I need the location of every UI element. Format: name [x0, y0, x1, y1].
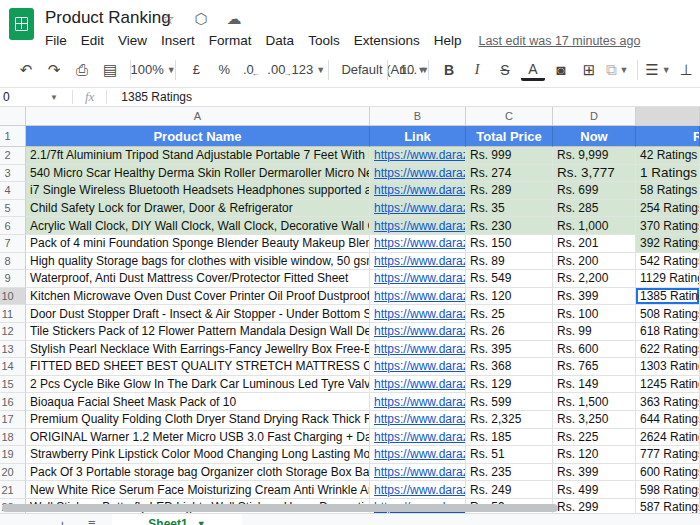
cell-product-name[interactable]: Tile Stickers Pack of 12 Flower Pattern … — [26, 323, 370, 341]
font-size-select[interactable]: 10▼ — [396, 58, 420, 82]
header-link[interactable]: Link — [370, 126, 466, 147]
cell-now-price[interactable]: Rs. 120 — [553, 446, 636, 464]
cell-link[interactable]: https://www.daraz.pk — [370, 200, 466, 218]
row-header-18[interactable]: 18 — [0, 429, 26, 447]
cell-total-price[interactable]: Rs. 999 — [466, 147, 553, 165]
product-url-link[interactable]: https://www.daraz.pk — [374, 377, 466, 391]
column-header-b[interactable]: B — [370, 107, 466, 126]
row-header-17[interactable]: 17 — [0, 411, 26, 429]
header-total-price[interactable]: Total Price — [466, 126, 553, 147]
horizontal-scrollbar[interactable] — [2, 504, 558, 512]
percent-format-button[interactable]: % — [212, 58, 236, 82]
product-url-link[interactable]: https://www.daraz.pk — [374, 148, 466, 162]
menu-data[interactable]: Data — [259, 31, 302, 50]
cell-product-name[interactable]: Child Safety Lock for Drawer, Door & Ref… — [26, 200, 370, 218]
redo-icon[interactable]: ↷ — [42, 58, 66, 82]
row-header-11[interactable]: 11 — [0, 305, 26, 323]
chevron-down-icon[interactable]: ▼ — [50, 93, 58, 102]
cell-now-price[interactable]: Rs. 399 — [553, 288, 636, 306]
product-url-link[interactable]: https://www.daraz.pk — [374, 412, 466, 426]
cell-ratings[interactable]: 370 Ratings — [636, 217, 700, 235]
cell-ratings[interactable]: 363 Ratings — [636, 393, 700, 411]
cell-link[interactable]: https://www.daraz.pk — [370, 270, 466, 288]
cell-product-name[interactable]: ORIGINAL Warner 1.2 Meter Micro USB 3.0 … — [26, 429, 370, 447]
row-header-4[interactable]: 4 — [0, 182, 26, 200]
cell-product-name[interactable]: Strawberry Pink Lipstick Color Mood Chan… — [26, 446, 370, 464]
sheets-logo-icon[interactable] — [9, 8, 34, 40]
cell-now-price[interactable]: Rs. 765 — [553, 358, 636, 376]
cell-now-price[interactable]: Rs. 499 — [553, 481, 636, 499]
cell-total-price[interactable]: Rs. 185 — [466, 429, 553, 447]
cell-ratings[interactable]: 2624 Ratings — [636, 429, 700, 447]
product-url-link[interactable]: https://www.daraz.pk — [374, 254, 466, 268]
bold-button[interactable]: B — [437, 58, 461, 82]
increase-decimal-button[interactable]: .00→ — [268, 58, 292, 82]
cell-total-price[interactable]: Rs. 235 — [466, 464, 553, 482]
cell-now-price[interactable]: Rs. 3,250 — [553, 411, 636, 429]
borders-icon[interactable]: ⊞ — [577, 58, 601, 82]
menu-file[interactable]: File — [38, 31, 74, 50]
cell-product-name[interactable]: 2.1/7ft Aluminium Tripod Stand Adjustabl… — [26, 147, 370, 165]
row-header-2[interactable]: 2 — [0, 147, 26, 165]
menu-edit[interactable]: Edit — [74, 31, 111, 50]
cell-total-price[interactable]: Rs. 549 — [466, 270, 553, 288]
number-format-button[interactable]: 123▼ — [296, 58, 320, 82]
cell-total-price[interactable]: Rs. 26 — [466, 323, 553, 341]
product-url-link[interactable]: https://www.daraz.pk — [374, 166, 466, 180]
row-header-3[interactable]: 3 — [0, 165, 26, 183]
cell-now-price[interactable]: Rs. 600 — [553, 341, 636, 359]
horizontal-align-icon[interactable]: ☰▼ — [646, 58, 670, 82]
row-header-13[interactable]: 13 — [0, 341, 26, 359]
cell-ratings[interactable]: 254 Ratings — [636, 200, 700, 218]
merge-cells-icon[interactable]: ⧉▼ — [605, 58, 629, 82]
cell-link[interactable]: https://www.daraz.pk — [370, 341, 466, 359]
cell-ratings[interactable]: 58 Ratings — [636, 182, 700, 200]
cell-total-price[interactable]: Rs. 129 — [466, 376, 553, 394]
cell-now-price[interactable]: Rs. 285 — [553, 200, 636, 218]
row-header-9[interactable]: 9 — [0, 270, 26, 288]
row-header-5[interactable]: 5 — [0, 200, 26, 218]
cell-product-name[interactable]: Pack Of 3 Portable storage bag Organizer… — [26, 464, 370, 482]
menu-format[interactable]: Format — [202, 31, 259, 50]
cell-now-price[interactable]: Rs. 200 — [553, 253, 636, 271]
menu-extensions[interactable]: Extensions — [347, 31, 427, 50]
strikethrough-button[interactable]: S — [493, 58, 517, 82]
product-url-link[interactable]: https://www.daraz.pk — [374, 289, 466, 303]
cell-now-price[interactable]: Rs. 299 — [553, 499, 636, 513]
cell-now-price[interactable]: Rs. 2,200 — [553, 270, 636, 288]
menu-insert[interactable]: Insert — [154, 31, 202, 50]
product-url-link[interactable]: https://www.daraz.pk — [374, 342, 466, 356]
cell-link[interactable]: https://www.daraz.pk — [370, 481, 466, 499]
paint-format-icon[interactable]: ▤ — [98, 58, 122, 82]
cell-ratings[interactable]: 1129 Ratings — [636, 270, 700, 288]
row-header-16[interactable]: 16 — [0, 393, 26, 411]
cell-link[interactable]: https://www.daraz.pk — [370, 182, 466, 200]
cell-total-price[interactable]: Rs. 25 — [466, 305, 553, 323]
cell-ratings-selected[interactable]: 1385 Ratings — [636, 288, 700, 306]
cell-now-price[interactable]: Rs. 149 — [553, 376, 636, 394]
cell-now-price[interactable]: Rs. 201 — [553, 235, 636, 253]
cell-ratings[interactable]: 622 Ratings — [636, 341, 700, 359]
cell-link[interactable]: https://www.daraz.pk — [370, 411, 466, 429]
cell-total-price[interactable]: Rs. 274 — [466, 165, 553, 183]
cell-product-name[interactable]: Door Dust Stopper Draft - Insect & Air S… — [26, 305, 370, 323]
cell-ratings[interactable]: 600 Ratings — [636, 464, 700, 482]
cell-product-name[interactable]: Bioaqua Facial Sheet Mask Pack of 10 — [26, 393, 370, 411]
cell-total-price[interactable]: Rs. 2,325 — [466, 411, 553, 429]
row-header-8[interactable]: 8 — [0, 253, 26, 271]
cell-now-price[interactable]: Rs. 1,500 — [553, 393, 636, 411]
cell-product-name[interactable]: 540 Micro Scar Healthy Derma Skin Roller… — [26, 165, 370, 183]
row-header-7[interactable]: 7 — [0, 235, 26, 253]
cell-link[interactable]: https://www.daraz.pk — [370, 464, 466, 482]
cell-link[interactable]: https://www.daraz.pk — [370, 235, 466, 253]
cell-total-price[interactable]: Rs. 120 — [466, 288, 553, 306]
text-color-button[interactable]: A — [521, 61, 545, 81]
product-url-link[interactable]: https://www.daraz.pk — [374, 359, 466, 373]
sheet-tab[interactable]: Sheet1 ▼ — [112, 514, 242, 525]
document-title[interactable]: Product Ranking — [45, 8, 171, 28]
product-url-link[interactable]: https://www.daraz.pk — [374, 271, 466, 285]
header-ratings[interactable]: Ratings — [636, 126, 700, 147]
row-header-1[interactable]: 1 — [0, 126, 26, 147]
vertical-align-icon[interactable]: ⊥ — [674, 58, 698, 82]
cell-total-price[interactable]: Rs. 289 — [466, 182, 553, 200]
